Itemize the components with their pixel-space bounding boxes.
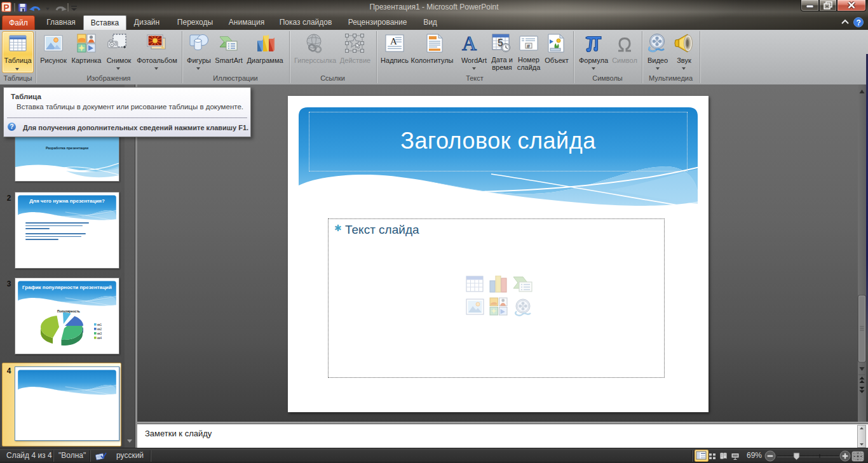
svg-text:кв4: кв4 — [97, 337, 102, 340]
svg-text:#: # — [527, 43, 530, 50]
svg-text:кв3: кв3 — [97, 332, 102, 335]
svg-text:кв1: кв1 — [97, 323, 102, 326]
svg-text:P: P — [3, 3, 9, 13]
svg-text:A: A — [462, 33, 477, 53]
svg-text:?: ? — [857, 18, 861, 27]
svg-text:кв2: кв2 — [97, 328, 102, 331]
